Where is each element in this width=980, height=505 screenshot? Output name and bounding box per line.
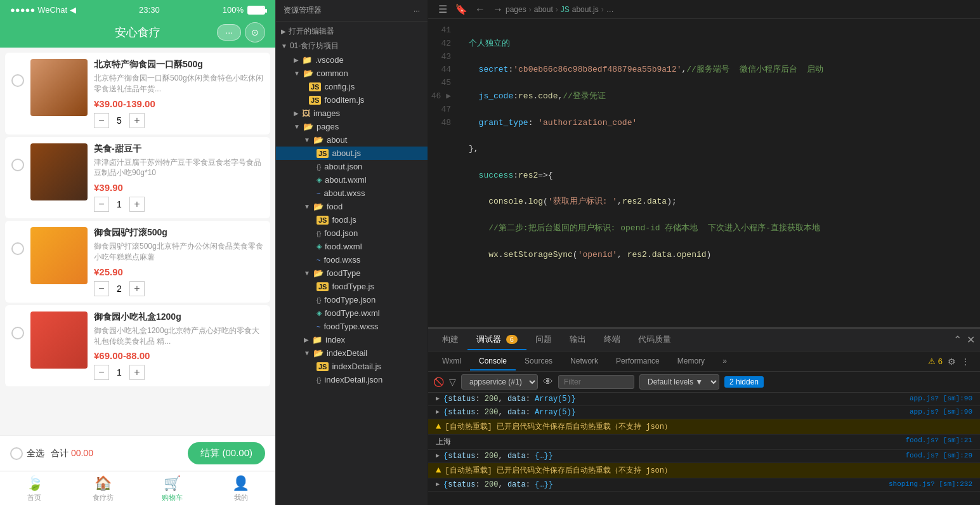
console-source[interactable]: food.js? [sm]:29 xyxy=(905,452,972,459)
settings-icon[interactable]: ⚙ xyxy=(948,357,956,367)
prohibit-icon[interactable]: 🚫 xyxy=(433,377,444,387)
food-js-file[interactable]: JS food.js xyxy=(276,213,428,226)
increase-button[interactable]: + xyxy=(129,113,145,128)
menu-button[interactable]: ··· xyxy=(217,24,241,41)
decrease-button[interactable]: − xyxy=(94,365,109,380)
subtab-console[interactable]: Console xyxy=(470,353,516,371)
product-checkbox[interactable] xyxy=(11,242,24,255)
decrease-button[interactable]: − xyxy=(94,113,109,128)
about-json-file[interactable]: {} about.json xyxy=(276,160,428,173)
foodtype-wxml-file[interactable]: ◈ foodType.wxml xyxy=(276,306,428,320)
about-folder[interactable]: ▼ 📂 about xyxy=(276,133,428,147)
subtab-performance[interactable]: Performance xyxy=(607,353,669,371)
indexdetail-json-file[interactable]: {} indexDetail.json xyxy=(276,373,428,386)
subtab-network-label: Network xyxy=(570,357,598,365)
vscode-folder[interactable]: ▶ 📁 .vscode xyxy=(276,53,428,67)
subtab-network[interactable]: Network xyxy=(561,353,607,371)
forward-icon[interactable]: → xyxy=(493,4,503,15)
back-icon[interactable]: ← xyxy=(475,4,485,15)
increase-button[interactable]: + xyxy=(129,365,145,380)
fooditem-js-file[interactable]: JS fooditem.js xyxy=(276,93,428,107)
expand-arrow-icon[interactable]: ▶ xyxy=(436,452,440,459)
filter-icon[interactable]: ▽ xyxy=(449,377,456,387)
config-js-file[interactable]: JS config.js xyxy=(276,80,428,93)
js-file-icon: JS xyxy=(317,149,329,158)
about-wxml-label: about.wxml xyxy=(325,175,367,185)
console-source[interactable]: app.js? [sm]:90 xyxy=(910,408,972,416)
food-json-file[interactable]: {} food.json xyxy=(276,226,428,240)
tab-output[interactable]: 输出 xyxy=(561,330,595,350)
decrease-button[interactable]: − xyxy=(94,281,109,296)
tab-build[interactable]: 构建 xyxy=(433,330,467,350)
product-checkbox[interactable] xyxy=(11,327,24,339)
tab-problems[interactable]: 问题 xyxy=(526,330,561,350)
increase-button[interactable]: + xyxy=(129,281,145,296)
tab-profile[interactable]: 👤 我的 xyxy=(207,475,276,502)
menu-list-icon[interactable]: ☰ xyxy=(438,3,447,15)
console-source[interactable]: shoping.js? [sm]:232 xyxy=(889,480,972,488)
indexdetail-folder[interactable]: ▼ 📂 indexDetail xyxy=(276,346,428,360)
product-checkbox[interactable] xyxy=(11,74,24,87)
expand-arrow-icon[interactable]: ▶ xyxy=(436,480,440,488)
breadcrumb-about[interactable]: about xyxy=(534,5,553,14)
breadcrumb-filename[interactable]: about.js xyxy=(572,5,599,14)
bookmark-icon[interactable]: 🔖 xyxy=(455,3,467,15)
tab-problems-label: 问题 xyxy=(535,334,552,344)
about-js-file[interactable]: JS about.js xyxy=(276,147,428,160)
food-wxml-file[interactable]: ◈ food.wxml xyxy=(276,240,428,253)
subtab-memory[interactable]: Memory xyxy=(669,353,714,371)
subtab-sources[interactable]: Sources xyxy=(516,353,561,371)
images-folder[interactable]: ▶ 🖼 images xyxy=(276,107,428,120)
tab-terminal[interactable]: 终端 xyxy=(595,330,629,350)
food-wxss-file[interactable]: ~ food.wxss xyxy=(276,253,428,266)
collapse-arrow-icon: ▶ xyxy=(281,28,286,35)
record-button[interactable]: ⊙ xyxy=(245,22,265,43)
decrease-button[interactable]: − xyxy=(94,197,109,212)
appservice-select[interactable]: appservice (#1) xyxy=(461,374,538,390)
subtab-wxml[interactable]: Wxml xyxy=(433,353,470,371)
foodtype-wxss-file[interactable]: ~ foodType.wxss xyxy=(276,320,428,333)
food-json-label: food.json xyxy=(324,228,358,238)
indexdetail-js-file[interactable]: JS indexDetail.js xyxy=(276,360,428,373)
common-folder[interactable]: ▼ 📂 common xyxy=(276,67,428,80)
console-source[interactable]: app.js? [sm]:90 xyxy=(910,395,972,402)
select-all-checkbox[interactable] xyxy=(10,447,23,460)
console-source[interactable]: food.js? [sm]:21 xyxy=(905,436,972,444)
common-folder-label: common xyxy=(317,69,348,78)
subtab-more[interactable]: » xyxy=(714,353,736,371)
pages-folder[interactable]: ▼ 📂 pages xyxy=(276,120,428,133)
food-folder[interactable]: ▼ 📂 food xyxy=(276,200,428,213)
open-editors-group[interactable]: ▶ 打开的编辑器 xyxy=(276,24,428,39)
indexdetail-folder-label: indexDetail xyxy=(327,348,367,358)
tab-home[interactable]: 🍃 首页 xyxy=(0,475,69,502)
eye-icon[interactable]: 👁 xyxy=(543,376,553,388)
devtools-sub-tabs: Wxml Console Sources Network Performance… xyxy=(428,351,980,372)
about-wxml-file[interactable]: ◈ about.wxml xyxy=(276,173,428,187)
more-options-icon[interactable]: ⋮ xyxy=(961,357,970,367)
app-title: 安心食疗 xyxy=(115,25,160,40)
product-checkbox[interactable] xyxy=(11,159,24,171)
tab-code-quality[interactable]: 代码质量 xyxy=(629,330,680,350)
checkout-button[interactable]: 结算 (00.00) xyxy=(188,442,265,464)
explorer-more-icon[interactable]: ··· xyxy=(414,6,420,15)
expand-arrow-icon[interactable]: ▶ xyxy=(436,408,440,416)
code-content[interactable]: 个人独立的 secret:'cb0eb66c86c98b8edf48879ea5… xyxy=(459,19,980,327)
filter-input[interactable] xyxy=(558,375,634,389)
log-levels-select[interactable]: Default levels ▼ xyxy=(639,374,719,390)
project-root[interactable]: ▼ 01-食疗坊项目 xyxy=(276,39,428,53)
tab-cart[interactable]: 🛒 购物车 xyxy=(138,475,207,502)
code-line-49: wx.setStorageSync('openid', res2.data.op… xyxy=(469,249,970,262)
index-folder[interactable]: ▶ 📁 index xyxy=(276,333,428,346)
tab-debugger[interactable]: 调试器 6 xyxy=(467,330,526,350)
tab-food-therapy[interactable]: 🏠 食疗坊 xyxy=(69,475,138,502)
increase-button[interactable]: + xyxy=(129,197,145,212)
total-price: 00.00 xyxy=(71,448,93,458)
about-wxss-file[interactable]: ~ about.wxss xyxy=(276,187,428,200)
breadcrumb-pages[interactable]: pages xyxy=(506,5,526,14)
expand-icon[interactable]: ⌃ xyxy=(953,334,962,346)
close-devtools-icon[interactable]: ✕ xyxy=(967,334,975,346)
expand-arrow-icon[interactable]: ▶ xyxy=(436,395,440,402)
foodtype-json-file[interactable]: {} foodType.json xyxy=(276,293,428,306)
foodtype-js-file[interactable]: JS foodType.js xyxy=(276,280,428,293)
foodtype-folder[interactable]: ▼ 📂 foodType xyxy=(276,266,428,280)
